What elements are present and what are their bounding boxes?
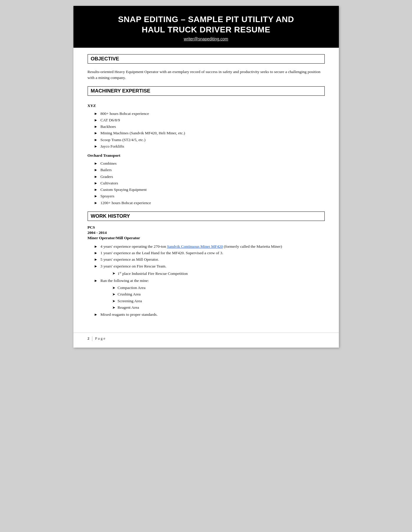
- orchard-heading: Orchard Transport: [88, 153, 325, 158]
- list-item: Bailers: [95, 167, 325, 173]
- footer-pipe: |: [92, 336, 93, 341]
- sub-list-item: Reagent Area: [112, 304, 325, 311]
- work-history-section: WORK HISTORY PCS 2004 - 2014 Miner Opera…: [88, 212, 325, 318]
- list-item: Sprayers: [95, 193, 325, 199]
- sub-list-item: Screening Area: [112, 298, 325, 304]
- list-item: Ran the following at the mine: Compactio…: [95, 277, 325, 311]
- page-number: 2: [88, 336, 90, 341]
- list-item: 1200+ hours Bobcat experience: [95, 200, 325, 206]
- list-item: Jayco Forklifts: [95, 143, 325, 150]
- list-item: Backhoes: [95, 123, 325, 130]
- xyz-heading: XYZ: [88, 103, 325, 108]
- job-title: Miner Operator/Mill Operator: [88, 236, 325, 240]
- page-footer: 2 | P a g e: [73, 333, 339, 344]
- list-item: Cultivators: [95, 180, 325, 186]
- list-item: Mixed reagants to proper standards.: [95, 311, 325, 318]
- header-email: writer@snapediting.com: [85, 37, 327, 41]
- work-history-heading: WORK HISTORY: [88, 212, 325, 221]
- mine-areas-sub-list: Compaction Area Crushing Area Screening …: [101, 285, 325, 311]
- list-item: CAT D6/8/9: [95, 117, 325, 123]
- xyz-list: 800+ hours Bobcat experience CAT D6/8/9 …: [88, 110, 325, 150]
- list-item: 5 years' experience as Mill Operator.: [95, 256, 325, 263]
- list-item: 4 years' experience operating the 270-to…: [95, 243, 325, 250]
- list-item: Scoop Trams (ST2/4/5, etc.): [95, 137, 325, 143]
- objective-section: OBJECTIVE Results-oriented Heavy Equipme…: [88, 54, 325, 81]
- list-item: Custom Spraying Equipment: [95, 186, 325, 193]
- page-label: P a g e: [95, 336, 105, 341]
- resume-page: SNAP EDITING – SAMPLE PIT UTILITY AND HA…: [73, 6, 339, 348]
- fire-rescue-sub-list: 1st place Industrial Fire Rescue Competi…: [101, 270, 325, 277]
- list-item: 1 years' experience as the Lead Hand for…: [95, 250, 325, 256]
- page-content: OBJECTIVE Results-oriented Heavy Equipme…: [73, 48, 339, 333]
- list-item: Mining Machines (Sandvik MF420, Heli Min…: [95, 130, 325, 136]
- objective-heading: OBJECTIVE: [88, 54, 325, 64]
- machinery-section: MACHINERY EXPERTISE XYZ 800+ hours Bobca…: [88, 86, 325, 206]
- employer-name: PCS: [88, 225, 325, 230]
- bullet-text-after-link: (formerly called the Marietta Miner): [223, 244, 282, 249]
- machinery-heading: MACHINERY EXPERTISE: [88, 86, 325, 96]
- sub-list-item: 1st place Industrial Fire Rescue Competi…: [112, 270, 325, 277]
- header-title: SNAP EDITING – SAMPLE PIT UTILITY AND HA…: [85, 14, 327, 35]
- list-item: Combines: [95, 160, 325, 167]
- work-dates: 2004 - 2014: [88, 230, 325, 235]
- bullet-text-before-link: 4 years' experience operating the 270-to…: [101, 244, 167, 249]
- page-header: SNAP EDITING – SAMPLE PIT UTILITY AND HA…: [73, 6, 339, 48]
- list-item: 800+ hours Bobcat experience: [95, 110, 325, 117]
- list-item: Graders: [95, 174, 325, 180]
- orchard-list: Combines Bailers Graders Cultivators Cus…: [88, 160, 325, 206]
- sub-list-item: Crushing Area: [112, 291, 325, 298]
- objective-text: Results-oriented Heavy Equipment Operato…: [88, 69, 325, 81]
- sandvik-link[interactable]: Sandvik Continuous Miner MF420: [167, 244, 223, 249]
- work-bullets: 4 years' experience operating the 270-to…: [88, 243, 325, 318]
- sub-list-item: Compaction Area: [112, 285, 325, 291]
- list-item: 3 years' experience on Fire Rescue Team.…: [95, 263, 325, 277]
